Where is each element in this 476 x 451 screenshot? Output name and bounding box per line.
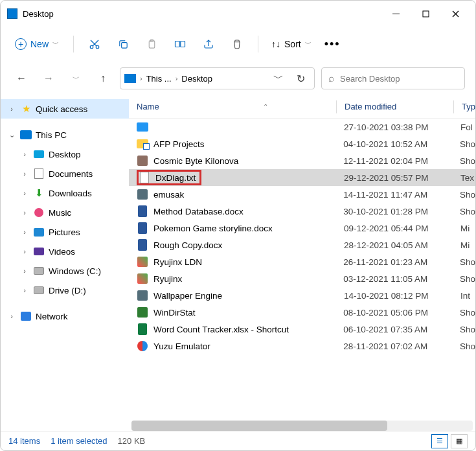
horizontal-scrollbar[interactable]: [131, 421, 473, 431]
copy-button[interactable]: [110, 32, 136, 56]
sidebar-videos[interactable]: ›Videos: [1, 242, 129, 261]
file-row[interactable]: Yuzu Emulator28-11-2021 07:02 AMSho: [129, 338, 475, 354]
file-row[interactable]: Pokemon Game storyline.docx09-12-2021 05…: [129, 220, 475, 237]
new-button[interactable]: + New ﹀: [8, 34, 65, 54]
column-date[interactable]: Date modified: [337, 102, 453, 111]
file-type: Sho: [452, 325, 475, 334]
sidebar-network[interactable]: ›Network: [1, 306, 129, 326]
breadcrumb-seg[interactable]: This ...: [146, 74, 172, 84]
network-icon: [21, 312, 31, 321]
drive-icon: [34, 267, 44, 275]
pc-icon: [124, 74, 136, 83]
file-row[interactable]: Method Database.docx30-10-2021 01:28 PMS…: [129, 203, 475, 220]
file-icon: [137, 139, 148, 148]
up-button[interactable]: ↑: [93, 68, 113, 89]
sidebar-documents[interactable]: ›Documents: [1, 164, 129, 183]
sidebar-drive-c[interactable]: ›Windows (C:): [1, 261, 129, 281]
sidebar-desktop[interactable]: ›Desktop: [1, 145, 129, 164]
status-size: 120 KB: [118, 436, 146, 446]
close-button[interactable]: [440, 3, 470, 24]
column-name[interactable]: Name⌃: [129, 102, 336, 111]
view-icons-button[interactable]: ▦: [451, 434, 468, 448]
file-row[interactable]: DxDiag.txt29-12-2021 05:57 PMTex: [129, 169, 475, 186]
file-row[interactable]: emusak14-11-2021 11:47 AMSho: [129, 186, 475, 203]
sidebar-music[interactable]: ›Music: [1, 203, 129, 222]
back-button[interactable]: ←: [11, 68, 32, 89]
file-name: Pokemon Game storyline.docx: [153, 224, 273, 233]
sidebar-label: Network: [36, 312, 68, 321]
collapse-icon[interactable]: ⌄: [7, 131, 16, 139]
file-type: Sho: [452, 156, 475, 166]
chevron-down-icon: ﹀: [305, 40, 312, 49]
sidebar-downloads[interactable]: ›⬇Downloads: [1, 183, 129, 203]
sidebar-quick-access[interactable]: › ★ Quick access: [1, 99, 129, 119]
file-row[interactable]: 27-10-2021 03:38 PMFol: [129, 119, 475, 135]
refresh-button[interactable]: ↻: [291, 73, 310, 85]
title-bar: Desktop: [1, 1, 475, 27]
file-row[interactable]: Rough Copy.docx28-12-2021 04:05 AMMi: [129, 237, 475, 253]
cut-button[interactable]: [82, 32, 108, 56]
minimize-button[interactable]: [381, 3, 411, 24]
more-button[interactable]: •••: [319, 38, 346, 51]
search-input[interactable]: [340, 74, 458, 84]
app-icon: [7, 8, 17, 19]
file-row[interactable]: WinDirStat08-10-2021 05:06 PMSho: [129, 304, 475, 321]
address-dropdown[interactable]: ﹀: [269, 72, 288, 86]
chevron-down-icon[interactable]: ﹀: [65, 68, 86, 89]
pictures-icon: [34, 228, 44, 237]
sidebar-this-pc[interactable]: ⌄ This PC: [1, 125, 129, 145]
monitor-icon: [20, 130, 32, 139]
scrollbar-thumb[interactable]: [131, 421, 387, 431]
sidebar-label: Windows (C:): [49, 266, 101, 276]
file-name: emusak: [153, 190, 184, 200]
file-row[interactable]: AFP Projects04-10-2021 10:52 AMSho: [129, 135, 475, 152]
chevron-down-icon: ﹀: [52, 40, 59, 49]
file-row[interactable]: Wallpaper Engine14-10-2021 08:12 PMInt: [129, 287, 475, 304]
forward-button[interactable]: →: [38, 68, 59, 89]
file-name: Ryujinx: [153, 274, 182, 284]
column-headers: Name⌃ Date modified Typ: [129, 95, 475, 119]
sort-label: Sort: [284, 39, 301, 49]
file-date: 03-12-2021 11:05 AM: [335, 274, 452, 284]
file-date: 26-11-2021 01:23 AM: [335, 257, 452, 267]
sort-icon: ↑↓: [271, 39, 280, 49]
file-row[interactable]: Cosmic Byte Kilonova12-11-2021 02:04 PMS…: [129, 152, 475, 169]
file-name: AFP Projects: [153, 139, 205, 149]
sidebar-drive-d[interactable]: ›Drive (D:): [1, 281, 129, 300]
expand-icon[interactable]: ›: [7, 105, 16, 113]
sidebar-pictures[interactable]: ›Pictures: [1, 222, 129, 242]
rename-button[interactable]: [167, 32, 193, 56]
file-type: Tex: [453, 173, 474, 183]
breadcrumb-seg[interactable]: Desktop: [181, 74, 212, 84]
column-type[interactable]: Typ: [454, 102, 475, 111]
view-details-button[interactable]: ☰: [431, 434, 448, 448]
share-button[interactable]: [196, 32, 221, 56]
document-icon: [34, 168, 43, 179]
content-pane: Name⌃ Date modified Typ 27-10-2021 03:38…: [129, 95, 475, 431]
file-date: 14-11-2021 11:47 AM: [335, 190, 452, 200]
file-name: Ryujinx LDN: [153, 257, 202, 267]
sidebar-label: Quick access: [36, 104, 87, 114]
file-type: Int: [453, 291, 470, 301]
sidebar-label: Drive (D:): [49, 286, 86, 295]
delete-button[interactable]: [224, 32, 250, 56]
search-box[interactable]: ⌕: [321, 67, 465, 89]
paste-button[interactable]: [139, 32, 164, 56]
svg-rect-8: [121, 42, 127, 48]
file-icon: [137, 156, 148, 166]
file-row[interactable]: Ryujinx03-12-2021 11:05 AMSho: [129, 270, 475, 287]
sidebar-label: Desktop: [49, 150, 81, 159]
status-selected: 1 item selected: [51, 436, 107, 446]
file-type: Sho: [452, 274, 475, 284]
file-date: 30-10-2021 01:28 PM: [335, 207, 452, 216]
sort-button[interactable]: ↑↓ Sort ﹀: [266, 35, 317, 53]
file-row[interactable]: Ryujinx LDN26-11-2021 01:23 AMSho: [129, 253, 475, 270]
maximize-button[interactable]: [411, 3, 440, 24]
file-type: Sho: [452, 139, 475, 149]
file-icon: [137, 189, 148, 200]
address-bar[interactable]: › This ... › Desktop ﹀ ↻: [120, 67, 315, 89]
file-icon: [137, 257, 148, 267]
file-date: 14-10-2021 08:12 PM: [336, 291, 453, 301]
file-row[interactable]: Word Count Tracker.xlsx - Shortcut06-10-…: [129, 321, 475, 338]
file-date: 06-10-2021 07:35 AM: [335, 325, 452, 334]
